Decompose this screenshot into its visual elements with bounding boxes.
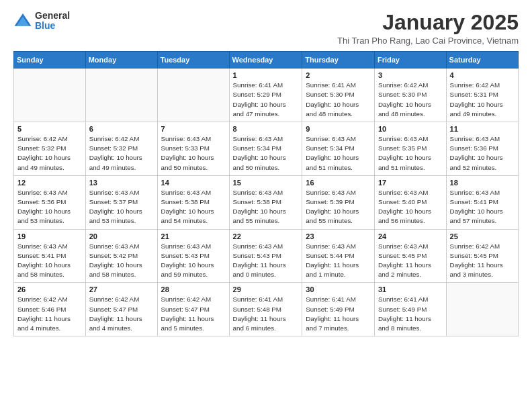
calendar-cell: 28Sunrise: 6:42 AM Sunset: 5:47 PM Dayli… — [157, 283, 229, 336]
calendar-cell: 23Sunrise: 6:43 AM Sunset: 5:44 PM Dayli… — [302, 229, 375, 283]
header-day-friday: Friday — [374, 52, 446, 68]
day-info: Sunrise: 6:43 AM Sunset: 5:45 PM Dayligh… — [378, 242, 443, 280]
day-number: 1 — [233, 71, 299, 79]
calendar-cell: 2Sunrise: 6:41 AM Sunset: 5:30 PM Daylig… — [302, 68, 375, 122]
header-day-sunday: Sunday — [14, 52, 86, 68]
day-info: Sunrise: 6:43 AM Sunset: 5:42 PM Dayligh… — [89, 242, 154, 280]
calendar-cell: 1Sunrise: 6:41 AM Sunset: 5:29 PM Daylig… — [229, 68, 302, 122]
day-number: 26 — [17, 285, 82, 293]
day-number: 25 — [450, 232, 515, 240]
day-number: 17 — [378, 179, 443, 187]
day-number: 16 — [306, 179, 371, 187]
day-number: 3 — [378, 71, 443, 79]
day-info: Sunrise: 6:42 AM Sunset: 5:30 PM Dayligh… — [378, 81, 443, 119]
day-info: Sunrise: 6:41 AM Sunset: 5:49 PM Dayligh… — [306, 295, 371, 333]
calendar-week-3: 12Sunrise: 6:43 AM Sunset: 5:36 PM Dayli… — [14, 175, 519, 229]
calendar-cell: 18Sunrise: 6:43 AM Sunset: 5:41 PM Dayli… — [446, 175, 518, 229]
calendar-cell — [446, 283, 518, 336]
day-info: Sunrise: 6:43 AM Sunset: 5:43 PM Dayligh… — [233, 242, 299, 280]
calendar: SundayMondayTuesdayWednesdayThursdayFrid… — [13, 51, 519, 336]
calendar-cell: 9Sunrise: 6:43 AM Sunset: 5:34 PM Daylig… — [302, 122, 375, 176]
day-number: 10 — [378, 125, 443, 133]
calendar-cell: 16Sunrise: 6:43 AM Sunset: 5:39 PM Dayli… — [302, 175, 375, 229]
calendar-week-4: 19Sunrise: 6:43 AM Sunset: 5:41 PM Dayli… — [14, 229, 519, 283]
subtitle: Thi Tran Pho Rang, Lao Cai Province, Vie… — [337, 36, 519, 46]
day-number: 30 — [306, 285, 371, 293]
calendar-cell: 17Sunrise: 6:43 AM Sunset: 5:40 PM Dayli… — [374, 175, 446, 229]
calendar-cell — [14, 68, 86, 122]
day-number: 9 — [306, 125, 371, 133]
day-info: Sunrise: 6:43 AM Sunset: 5:41 PM Dayligh… — [17, 242, 82, 280]
day-number: 23 — [306, 232, 371, 240]
day-number: 11 — [450, 125, 515, 133]
day-info: Sunrise: 6:43 AM Sunset: 5:34 PM Dayligh… — [306, 134, 371, 173]
day-info: Sunrise: 6:42 AM Sunset: 5:32 PM Dayligh… — [89, 134, 154, 173]
calendar-cell: 29Sunrise: 6:41 AM Sunset: 5:48 PM Dayli… — [229, 283, 302, 336]
day-info: Sunrise: 6:43 AM Sunset: 5:37 PM Dayligh… — [89, 188, 154, 226]
day-info: Sunrise: 6:42 AM Sunset: 5:45 PM Dayligh… — [450, 242, 515, 280]
logo-blue: Blue — [35, 21, 70, 31]
day-number: 28 — [161, 285, 226, 293]
header-day-monday: Monday — [85, 52, 157, 68]
calendar-cell: 19Sunrise: 6:43 AM Sunset: 5:41 PM Dayli… — [14, 229, 86, 283]
day-number: 29 — [233, 285, 299, 293]
day-number: 4 — [450, 71, 515, 79]
calendar-cell: 30Sunrise: 6:41 AM Sunset: 5:49 PM Dayli… — [302, 283, 375, 336]
calendar-cell: 8Sunrise: 6:43 AM Sunset: 5:34 PM Daylig… — [229, 122, 302, 176]
month-title: January 2025 — [337, 11, 519, 34]
day-number: 20 — [89, 232, 154, 240]
calendar-cell — [85, 68, 157, 122]
day-info: Sunrise: 6:43 AM Sunset: 5:38 PM Dayligh… — [161, 188, 226, 226]
day-number: 18 — [450, 179, 515, 187]
calendar-cell: 25Sunrise: 6:42 AM Sunset: 5:45 PM Dayli… — [446, 229, 518, 283]
calendar-cell: 7Sunrise: 6:43 AM Sunset: 5:33 PM Daylig… — [157, 122, 229, 176]
calendar-cell — [157, 68, 229, 122]
calendar-cell: 10Sunrise: 6:43 AM Sunset: 5:35 PM Dayli… — [374, 122, 446, 176]
header-day-tuesday: Tuesday — [157, 52, 229, 68]
calendar-header-row: SundayMondayTuesdayWednesdayThursdayFrid… — [14, 52, 519, 68]
day-number: 22 — [233, 232, 299, 240]
day-info: Sunrise: 6:43 AM Sunset: 5:38 PM Dayligh… — [233, 188, 299, 226]
calendar-cell: 20Sunrise: 6:43 AM Sunset: 5:42 PM Dayli… — [85, 229, 157, 283]
calendar-cell: 6Sunrise: 6:42 AM Sunset: 5:32 PM Daylig… — [85, 122, 157, 176]
day-info: Sunrise: 6:42 AM Sunset: 5:32 PM Dayligh… — [17, 134, 82, 173]
day-info: Sunrise: 6:43 AM Sunset: 5:41 PM Dayligh… — [450, 188, 515, 226]
day-info: Sunrise: 6:43 AM Sunset: 5:33 PM Dayligh… — [161, 134, 226, 173]
day-info: Sunrise: 6:41 AM Sunset: 5:30 PM Dayligh… — [306, 81, 371, 119]
day-number: 21 — [161, 232, 226, 240]
day-info: Sunrise: 6:43 AM Sunset: 5:44 PM Dayligh… — [306, 242, 371, 280]
calendar-cell: 13Sunrise: 6:43 AM Sunset: 5:37 PM Dayli… — [85, 175, 157, 229]
calendar-cell: 31Sunrise: 6:41 AM Sunset: 5:49 PM Dayli… — [374, 283, 446, 336]
calendar-cell: 15Sunrise: 6:43 AM Sunset: 5:38 PM Dayli… — [229, 175, 302, 229]
calendar-cell: 11Sunrise: 6:43 AM Sunset: 5:36 PM Dayli… — [446, 122, 518, 176]
day-number: 7 — [161, 125, 226, 133]
day-number: 27 — [89, 285, 154, 293]
day-number: 8 — [233, 125, 299, 133]
calendar-cell: 21Sunrise: 6:43 AM Sunset: 5:43 PM Dayli… — [157, 229, 229, 283]
day-info: Sunrise: 6:42 AM Sunset: 5:46 PM Dayligh… — [17, 295, 82, 333]
day-number: 19 — [17, 232, 82, 240]
day-number: 13 — [89, 179, 154, 187]
calendar-cell: 3Sunrise: 6:42 AM Sunset: 5:30 PM Daylig… — [374, 68, 446, 122]
day-number: 15 — [233, 179, 299, 187]
day-info: Sunrise: 6:41 AM Sunset: 5:49 PM Dayligh… — [378, 295, 443, 333]
day-number: 2 — [306, 71, 371, 79]
day-number: 5 — [17, 125, 82, 133]
day-info: Sunrise: 6:43 AM Sunset: 5:36 PM Dayligh… — [17, 188, 82, 226]
header-day-thursday: Thursday — [302, 52, 375, 68]
day-info: Sunrise: 6:43 AM Sunset: 5:34 PM Dayligh… — [233, 134, 299, 173]
day-info: Sunrise: 6:43 AM Sunset: 5:36 PM Dayligh… — [450, 134, 515, 173]
day-info: Sunrise: 6:42 AM Sunset: 5:47 PM Dayligh… — [161, 295, 226, 333]
day-number: 24 — [378, 232, 443, 240]
day-number: 12 — [17, 179, 82, 187]
day-info: Sunrise: 6:41 AM Sunset: 5:29 PM Dayligh… — [233, 81, 299, 119]
calendar-cell: 26Sunrise: 6:42 AM Sunset: 5:46 PM Dayli… — [14, 283, 86, 336]
day-info: Sunrise: 6:42 AM Sunset: 5:47 PM Dayligh… — [89, 295, 154, 333]
logo-text: General Blue — [35, 11, 70, 32]
calendar-week-5: 26Sunrise: 6:42 AM Sunset: 5:46 PM Dayli… — [14, 283, 519, 336]
day-info: Sunrise: 6:41 AM Sunset: 5:48 PM Dayligh… — [233, 295, 299, 333]
logo-general: General — [35, 11, 70, 21]
header: General Blue January 2025 Thi Tran Pho R… — [13, 11, 519, 46]
calendar-cell: 4Sunrise: 6:42 AM Sunset: 5:31 PM Daylig… — [446, 68, 518, 122]
day-number: 14 — [161, 179, 226, 187]
